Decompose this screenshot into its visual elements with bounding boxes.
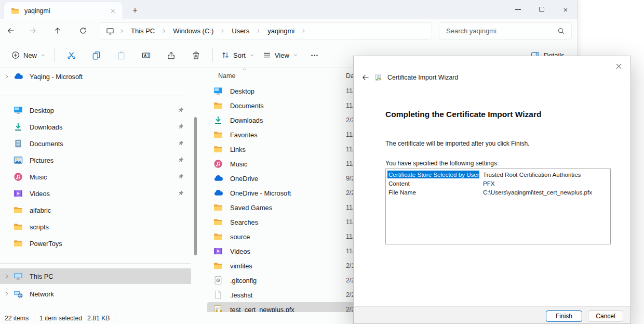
minimize-icon bbox=[515, 9, 521, 9]
pin-icon bbox=[178, 123, 184, 130]
forward-button[interactable] bbox=[29, 27, 37, 35]
sort-button[interactable]: Sort bbox=[217, 51, 259, 59]
setting-value: C:\Users\yaqingmi\test_cert_newplus.pfx bbox=[479, 189, 592, 196]
dialog-close-button[interactable] bbox=[614, 61, 624, 71]
trash-icon bbox=[192, 51, 200, 60]
back-arrow-icon[interactable] bbox=[361, 73, 370, 82]
tab-close-button[interactable] bbox=[108, 6, 117, 16]
chevron-down-icon bbox=[41, 53, 46, 58]
explorer-tab[interactable]: yaqingmi bbox=[4, 2, 123, 19]
file-name: Searches bbox=[230, 218, 258, 226]
rename-icon bbox=[142, 51, 151, 60]
wizard-title: Certificate Import Wizard bbox=[387, 74, 458, 81]
more-options-button[interactable] bbox=[302, 51, 327, 60]
cancel-button[interactable]: Cancel bbox=[588, 310, 623, 322]
selection-size: 2.81 KB bbox=[87, 315, 110, 322]
sidebar-scrollbar[interactable] bbox=[194, 117, 197, 255]
sidebar-item-videos[interactable]: Videos bbox=[0, 185, 191, 202]
sidebar-item-downloads[interactable]: Downloads bbox=[0, 119, 191, 135]
finish-button[interactable]: Finish bbox=[546, 310, 582, 322]
chevron-right-icon[interactable] bbox=[4, 73, 10, 80]
folder-icon bbox=[14, 205, 23, 215]
search-input[interactable] bbox=[439, 27, 557, 35]
sidebar-divider bbox=[0, 263, 191, 264]
file-name: .lesshst bbox=[230, 291, 252, 299]
sidebar-item-scripts[interactable]: scripts bbox=[0, 218, 191, 235]
settings-row[interactable]: File Name C:\Users\yaqingmi\test_cert_ne… bbox=[387, 188, 610, 197]
new-button[interactable]: New bbox=[7, 51, 50, 59]
file-name: OneDrive bbox=[230, 175, 258, 183]
breadcrumb-users[interactable]: Users bbox=[230, 26, 251, 36]
sidebar-item-aifabric[interactable]: aifabric bbox=[0, 202, 191, 218]
folder-icon bbox=[213, 261, 223, 270]
sidebar-item-label: Network bbox=[30, 290, 54, 298]
chevron-right-icon[interactable] bbox=[4, 273, 10, 279]
network-icon bbox=[14, 289, 23, 299]
chevron-right-icon bbox=[256, 28, 261, 34]
share-icon bbox=[167, 51, 176, 60]
selection-count: 1 item selected bbox=[39, 315, 82, 322]
share-button[interactable] bbox=[158, 51, 183, 60]
pictures-icon bbox=[14, 155, 23, 165]
sidebar-item-network[interactable]: Network bbox=[0, 286, 191, 302]
view-label: View bbox=[275, 51, 289, 59]
up-button[interactable] bbox=[53, 27, 62, 35]
sidebar-item-label: PowerToys bbox=[30, 240, 62, 248]
toolbar-divider bbox=[212, 48, 213, 62]
maximize-icon bbox=[539, 7, 544, 12]
breadcrumb-yaqingmi[interactable]: yaqingmi bbox=[266, 26, 296, 36]
close-window-button[interactable]: × bbox=[554, 0, 578, 19]
delete-button[interactable] bbox=[183, 51, 208, 60]
sort-label: Sort bbox=[233, 51, 246, 59]
file-name: vimfiles bbox=[230, 262, 252, 270]
sidebar-item-pictures[interactable]: Pictures bbox=[0, 152, 191, 169]
sidebar-item-label: Pictures bbox=[30, 157, 53, 164]
breadcrumb-windows-c[interactable]: Windows (C:) bbox=[171, 26, 215, 36]
chevron-right-icon[interactable] bbox=[4, 291, 10, 297]
refresh-button[interactable] bbox=[79, 27, 87, 35]
navigation-pane: Yaqing - Microsoft Desktop Downloads Doc… bbox=[0, 68, 195, 312]
view-button[interactable]: View bbox=[259, 51, 302, 59]
wizard-info-text: The certificate will be imported after y… bbox=[385, 140, 529, 147]
wizard-heading: Completing the Certificate Import Wizard bbox=[385, 110, 541, 119]
sidebar-item-this-pc[interactable]: This PC bbox=[0, 268, 191, 284]
sidebar-item-onedrive[interactable]: Yaqing - Microsoft bbox=[0, 68, 191, 85]
sidebar-item-powertoys[interactable]: PowerToys bbox=[0, 235, 191, 252]
desktop-icon bbox=[14, 106, 23, 115]
breadcrumb[interactable]: This PC Windows (C:) Users yaqingmi bbox=[99, 22, 432, 40]
rename-button[interactable] bbox=[133, 51, 158, 60]
sidebar-item-label: Documents bbox=[30, 140, 63, 148]
settings-row[interactable]: Certificate Store Selected by User Trust… bbox=[387, 170, 610, 179]
new-tab-button[interactable]: + bbox=[128, 3, 142, 18]
pin-icon bbox=[178, 173, 184, 180]
maximize-button[interactable] bbox=[530, 0, 554, 19]
videos-icon bbox=[14, 189, 23, 198]
gear-file-icon bbox=[213, 276, 223, 285]
back-button[interactable] bbox=[7, 27, 15, 35]
search-icon[interactable] bbox=[557, 27, 565, 35]
copy-button[interactable] bbox=[84, 51, 109, 60]
download-icon bbox=[213, 115, 223, 125]
item-count: 22 items bbox=[5, 315, 29, 322]
document-icon bbox=[14, 139, 23, 148]
breadcrumb-this-pc[interactable]: This PC bbox=[129, 26, 156, 36]
name-column-header[interactable]: Name bbox=[218, 72, 236, 80]
folder-icon bbox=[11, 7, 19, 15]
folder-icon bbox=[213, 130, 223, 139]
pin-icon bbox=[178, 107, 184, 113]
settings-row[interactable]: Content PFX bbox=[387, 179, 610, 188]
tab-title: yaqingmi bbox=[24, 7, 108, 15]
this-pc-icon bbox=[106, 27, 114, 35]
cut-button[interactable] bbox=[59, 51, 84, 60]
paste-button[interactable] bbox=[109, 51, 133, 60]
sidebar-item-music[interactable]: Music bbox=[0, 169, 191, 185]
pin-icon bbox=[178, 157, 184, 163]
music-icon bbox=[213, 159, 223, 169]
chevron-right-icon bbox=[301, 28, 306, 34]
minimize-button[interactable] bbox=[506, 0, 530, 19]
toolbar-divider bbox=[54, 48, 55, 62]
sidebar-item-documents[interactable]: Documents bbox=[0, 135, 191, 152]
chevron-right-icon bbox=[220, 28, 225, 34]
sidebar-item-desktop[interactable]: Desktop bbox=[0, 102, 191, 119]
file-name: Favorites bbox=[230, 131, 258, 139]
